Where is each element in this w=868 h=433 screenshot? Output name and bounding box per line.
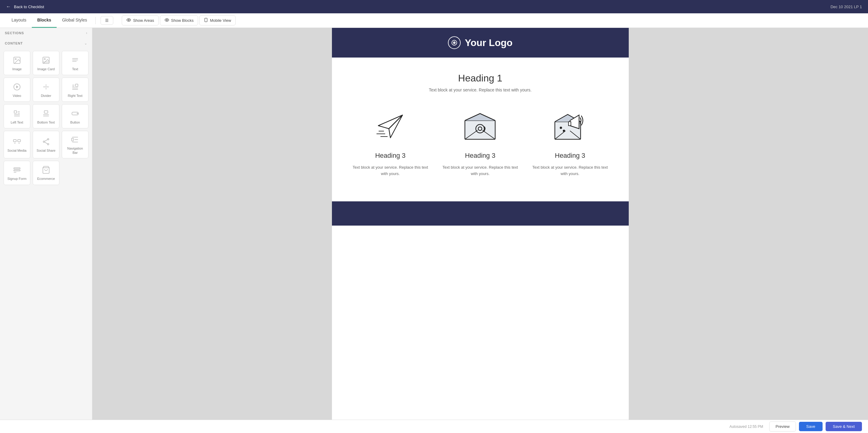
social-share-icon — [41, 137, 51, 146]
block-divider-label: Divider — [41, 94, 51, 98]
column-item-2: Heading 3 Text block at your service. Re… — [530, 107, 611, 177]
svg-point-63 — [560, 127, 562, 129]
show-areas-label: Show Areas — [133, 18, 154, 23]
main-layout: SECTIONS › CONTENT ⌄ Image Image Card — [0, 28, 868, 420]
block-social-media-label: Social Media — [7, 148, 27, 153]
top-bar-date: Dec 10 2021 LP 1 — [831, 4, 862, 9]
svg-rect-2 — [205, 18, 207, 22]
block-navigation-bar-label: Navigation Bar — [64, 146, 86, 155]
block-signup-form[interactable]: Signup Form — [4, 161, 30, 185]
content-arrow-icon: ⌄ — [84, 41, 87, 45]
sections-arrow-icon: › — [86, 31, 87, 35]
tab-blocks[interactable]: Blocks — [32, 13, 57, 28]
block-bottom-text[interactable]: Bottom Text — [33, 104, 59, 128]
bottom-text-icon — [41, 109, 51, 118]
svg-rect-31 — [13, 140, 16, 142]
block-text[interactable]: Text — [62, 51, 88, 75]
sections-label: SECTIONS — [5, 31, 24, 35]
eye-icon — [126, 18, 131, 23]
eye-blocks-icon — [164, 18, 169, 23]
block-video-label: Video — [13, 94, 21, 98]
block-divider[interactable]: Divider — [33, 78, 59, 102]
text-icon — [70, 56, 80, 64]
sub-nav-divider — [95, 17, 96, 24]
email-footer-preview — [332, 202, 629, 225]
sections-section[interactable]: SECTIONS › — [0, 28, 92, 38]
social-media-icon — [12, 137, 22, 146]
svg-rect-62 — [568, 122, 571, 126]
logo-circle — [448, 36, 461, 49]
mobile-view-button[interactable]: Mobile View — [199, 16, 236, 25]
sidebar: SECTIONS › CONTENT ⌄ Image Image Card — [0, 28, 92, 420]
svg-rect-40 — [71, 138, 73, 141]
svg-rect-45 — [14, 170, 20, 171]
email-at-icon — [460, 107, 500, 147]
block-social-share[interactable]: Social Share — [33, 131, 59, 158]
svg-rect-17 — [75, 84, 78, 87]
column-text-2: Text block at your service. Replace this… — [530, 164, 611, 177]
svg-rect-27 — [44, 111, 48, 113]
hamburger-menu-button[interactable]: ☰ — [100, 16, 113, 25]
left-text-icon — [12, 109, 22, 118]
image-icon — [12, 56, 22, 64]
ecommerce-icon — [41, 166, 51, 174]
show-areas-button[interactable]: Show Areas — [122, 16, 158, 25]
block-right-text-label: Right Text — [68, 94, 83, 98]
tab-global-styles[interactable]: Global Styles — [57, 13, 92, 28]
video-icon — [12, 83, 22, 91]
block-video[interactable]: Video — [4, 78, 30, 102]
tab-layouts[interactable]: Layouts — [6, 13, 32, 28]
sub-nav: Layouts Blocks Global Styles ☰ Show Area… — [0, 13, 868, 28]
logo-text: Your Logo — [465, 37, 513, 49]
back-arrow-icon[interactable]: ← — [6, 4, 11, 9]
content-label: CONTENT — [5, 41, 23, 45]
show-blocks-button[interactable]: Show Blocks — [160, 16, 198, 25]
back-to-checklist-link[interactable]: Back to Checklist — [14, 4, 44, 9]
divider-icon — [41, 83, 51, 91]
svg-line-39 — [44, 142, 47, 144]
block-ecommerce-label: Ecommerce — [37, 177, 55, 181]
show-blocks-label: Show Blocks — [171, 18, 193, 23]
block-social-share-label: Social Share — [37, 148, 55, 153]
block-right-text[interactable]: Right Text — [62, 78, 88, 102]
three-column-section: Heading 3 Text block at your service. Re… — [350, 107, 611, 177]
block-button[interactable]: Button — [62, 104, 88, 128]
column-text-0: Text block at your service. Replace this… — [350, 164, 431, 177]
svg-line-38 — [44, 140, 47, 142]
block-left-text-label: Left Text — [10, 120, 23, 124]
signup-form-icon — [12, 166, 22, 174]
button-icon — [70, 109, 80, 118]
block-image-card[interactable]: Image Card — [33, 51, 59, 75]
block-button-label: Button — [70, 120, 80, 124]
svg-point-0 — [128, 20, 129, 21]
mobile-view-label: Mobile View — [210, 18, 231, 23]
block-ecommerce[interactable]: Ecommerce — [33, 161, 59, 185]
svg-rect-44 — [14, 168, 20, 169]
svg-rect-22 — [14, 111, 17, 113]
svg-point-7 — [44, 58, 45, 60]
navigation-bar-icon — [70, 135, 80, 144]
top-bar-left: ← Back to Checklist — [6, 4, 44, 9]
column-heading-1: Heading 3 — [465, 152, 495, 160]
block-social-media[interactable]: Social Media — [4, 131, 30, 158]
megaphone-envelope-icon — [550, 107, 590, 147]
column-heading-0: Heading 3 — [375, 152, 406, 160]
block-image[interactable]: Image — [4, 51, 30, 75]
image-card-icon — [41, 56, 51, 64]
svg-marker-13 — [17, 85, 19, 88]
block-navigation-bar[interactable]: Navigation Bar — [62, 131, 88, 158]
block-image-card-label: Image Card — [37, 67, 55, 71]
svg-point-37 — [48, 144, 49, 145]
column-text-1: Text block at your service. Replace this… — [440, 164, 521, 177]
content-section[interactable]: CONTENT ⌄ — [0, 38, 92, 49]
block-bottom-text-label: Bottom Text — [37, 120, 55, 124]
column-item-0: Heading 3 Text block at your service. Re… — [350, 107, 431, 177]
svg-point-36 — [43, 141, 45, 143]
block-image-label: Image — [12, 67, 22, 71]
mobile-icon — [204, 18, 208, 23]
block-signup-form-label: Signup Form — [7, 177, 27, 181]
canvas-wrapper: Your Logo Heading 1 Text block at your s… — [332, 28, 629, 420]
column-heading-2: Heading 3 — [555, 152, 585, 160]
sub-nav-tabs: Layouts Blocks Global Styles — [6, 13, 92, 28]
block-left-text[interactable]: Left Text — [4, 104, 30, 128]
